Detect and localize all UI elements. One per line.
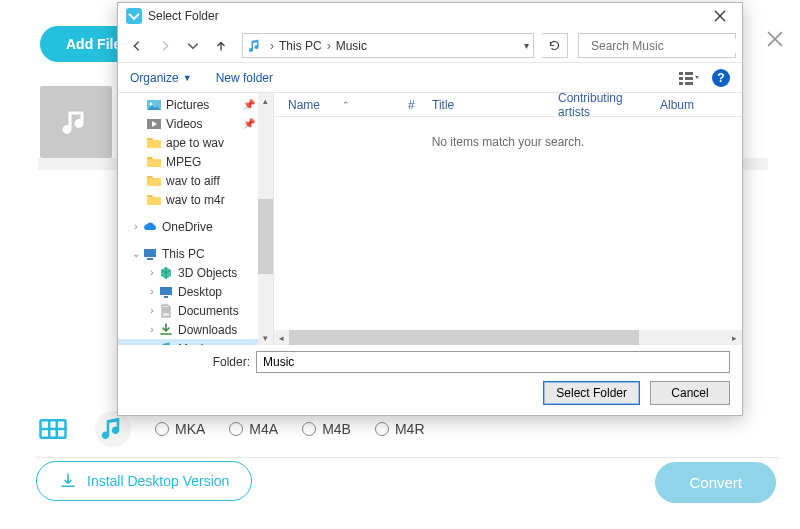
list-h-scrollbar[interactable]: ◂▸ xyxy=(274,330,742,345)
view-options-button[interactable] xyxy=(674,67,704,89)
pin-icon: 📌 xyxy=(243,99,255,110)
col-contributing[interactable]: Contributing artists xyxy=(550,91,652,119)
address-bar[interactable]: › This PC › Music ▾ xyxy=(242,33,534,58)
empty-list-message: No items match your search. xyxy=(274,117,742,330)
tree-item-downloads[interactable]: › Downloads xyxy=(118,320,273,339)
svg-rect-16 xyxy=(147,258,153,260)
chevron-right-icon[interactable]: › xyxy=(146,286,158,297)
col-album[interactable]: Album xyxy=(652,98,742,112)
format-option-m4b[interactable]: M4B xyxy=(302,421,351,437)
3dobjects-icon xyxy=(158,265,174,281)
nav-recent-button[interactable] xyxy=(180,33,206,59)
svg-rect-18 xyxy=(164,296,168,298)
select-folder-dialog: Select Folder › This PC › Music ▾ Organi… xyxy=(117,2,743,416)
format-row: MKA M4A M4B M4R xyxy=(35,410,780,458)
folder-tree[interactable]: Pictures📌 Videos📌 ape to wav MPEG wav to… xyxy=(118,93,274,345)
media-placeholder xyxy=(40,86,112,158)
video-format-icon[interactable] xyxy=(35,411,71,447)
download-icon xyxy=(59,472,77,490)
folder-input[interactable] xyxy=(256,351,730,373)
breadcrumb-music[interactable]: Music xyxy=(334,39,369,53)
tree-item-desktop[interactable]: › Desktop xyxy=(118,282,273,301)
documents-icon xyxy=(158,303,174,319)
install-desktop-button[interactable]: Install Desktop Version xyxy=(36,461,252,501)
dialog-toolbar: Organize ▼ New folder ? xyxy=(118,63,742,93)
dialog-titlebar: Select Folder xyxy=(118,3,742,29)
thispc-icon xyxy=(142,246,158,262)
music-note-icon xyxy=(58,104,94,140)
app-close-icon[interactable] xyxy=(764,28,788,52)
dialog-close-button[interactable] xyxy=(702,4,738,28)
column-headers[interactable]: Name ⌃ # Title Contributing artists Albu… xyxy=(274,93,742,117)
breadcrumb-thispc[interactable]: This PC xyxy=(277,39,324,53)
tree-item-folder[interactable]: MPEG xyxy=(118,152,273,171)
dialog-footer: Folder: Select Folder Cancel xyxy=(118,345,742,415)
chevron-right-icon[interactable]: › xyxy=(146,267,158,278)
organize-menu[interactable]: Organize ▼ xyxy=(130,71,192,85)
refresh-button[interactable] xyxy=(542,33,568,58)
downloads-icon xyxy=(158,322,174,338)
select-folder-button[interactable]: Select Folder xyxy=(543,381,640,405)
onedrive-icon xyxy=(142,219,158,235)
svg-rect-7 xyxy=(679,77,683,80)
file-list-pane: Name ⌃ # Title Contributing artists Albu… xyxy=(274,93,742,345)
tree-item-folder[interactable]: ape to wav xyxy=(118,133,273,152)
svg-rect-17 xyxy=(160,287,172,295)
videos-icon xyxy=(146,116,162,132)
svg-rect-15 xyxy=(144,249,156,257)
svg-rect-6 xyxy=(679,72,683,75)
tree-item-folder[interactable]: wav to aiff xyxy=(118,171,273,190)
chevron-right-icon[interactable]: › xyxy=(130,221,142,232)
tree-item-pictures[interactable]: Pictures📌 xyxy=(118,95,273,114)
svg-rect-8 xyxy=(679,82,683,85)
folder-icon xyxy=(146,135,162,151)
chevron-right-icon[interactable]: › xyxy=(146,305,158,316)
format-option-m4r[interactable]: M4R xyxy=(375,421,425,437)
music-icon xyxy=(158,341,174,346)
format-option-m4a[interactable]: M4A xyxy=(229,421,278,437)
svg-rect-11 xyxy=(685,82,693,85)
chevron-right-icon[interactable]: › xyxy=(146,343,158,345)
search-box[interactable] xyxy=(578,33,736,58)
chevron-right-icon[interactable]: › xyxy=(146,324,158,335)
nav-back-button[interactable] xyxy=(124,33,150,59)
new-folder-button[interactable]: New folder xyxy=(216,71,273,85)
search-input[interactable] xyxy=(591,39,741,53)
pictures-icon xyxy=(146,97,162,113)
tree-item-onedrive[interactable]: › OneDrive xyxy=(118,217,273,236)
tree-item-folder[interactable]: wav to m4r xyxy=(118,190,273,209)
format-option-mka[interactable]: MKA xyxy=(155,421,205,437)
nav-up-button[interactable] xyxy=(208,33,234,59)
address-dropdown-icon[interactable]: ▾ xyxy=(524,40,529,51)
tree-item-documents[interactable]: › Documents xyxy=(118,301,273,320)
folder-icon xyxy=(146,192,162,208)
svg-rect-10 xyxy=(685,77,693,80)
tree-scrollbar[interactable]: ▴ ▾ xyxy=(258,93,273,345)
folder-icon xyxy=(146,154,162,170)
music-icon xyxy=(247,38,263,54)
svg-rect-9 xyxy=(685,72,693,75)
col-name[interactable]: Name ⌃ xyxy=(280,98,400,112)
tree-item-music[interactable]: › Music xyxy=(118,339,273,345)
folder-icon xyxy=(146,173,162,189)
nav-forward-button[interactable] xyxy=(152,33,178,59)
cancel-button[interactable]: Cancel xyxy=(650,381,730,405)
dialog-title: Select Folder xyxy=(148,9,219,23)
app-icon xyxy=(126,8,142,24)
col-number[interactable]: # xyxy=(400,98,424,112)
chevron-down-icon[interactable]: ⌄ xyxy=(130,248,142,259)
col-title[interactable]: Title xyxy=(424,98,550,112)
pin-icon: 📌 xyxy=(243,118,255,129)
folder-label: Folder: xyxy=(130,355,250,369)
tree-item-thispc[interactable]: ⌄ This PC xyxy=(118,244,273,263)
desktop-icon xyxy=(158,284,174,300)
tree-item-3dobjects[interactable]: › 3D Objects xyxy=(118,263,273,282)
help-button[interactable]: ? xyxy=(712,69,730,87)
sort-indicator-icon: ⌃ xyxy=(342,100,350,110)
convert-button[interactable]: Convert xyxy=(655,462,776,503)
tree-item-videos[interactable]: Videos📌 xyxy=(118,114,273,133)
dialog-nav: › This PC › Music ▾ xyxy=(118,29,742,63)
